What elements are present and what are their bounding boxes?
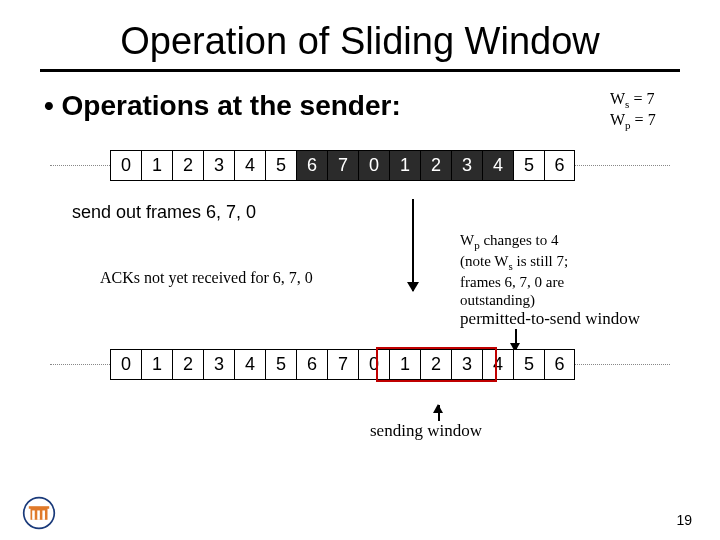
- bullet-operations: • Operations at the sender:: [44, 90, 401, 122]
- seq-cell: 2: [172, 349, 203, 380]
- seq-bot-wrap: 012345670123456: [40, 345, 680, 387]
- seq-cell: 6: [296, 349, 327, 380]
- seq-cell: 3: [203, 150, 234, 181]
- acks-note: ACKs not yet received for 6, 7, 0: [100, 269, 313, 287]
- sending-window-brace: sending window: [40, 405, 680, 445]
- seq-cell: 4: [234, 150, 265, 181]
- seq-cell: 5: [513, 150, 544, 181]
- wp-eq: = 7: [631, 111, 656, 128]
- seq-cell: 5: [513, 349, 544, 380]
- slide-title: Operation of Sliding Window: [40, 20, 680, 63]
- seq-cell: 4: [234, 349, 265, 380]
- seq-cell: 6: [544, 150, 575, 181]
- svg-rect-2: [29, 506, 49, 509]
- sending-window-label: sending window: [370, 421, 482, 441]
- page-number: 19: [676, 512, 692, 528]
- arrow-down-icon: [412, 199, 414, 291]
- seq-cell: 4: [482, 349, 513, 380]
- permitted-window-label: permitted-to-send window: [40, 309, 640, 329]
- swin-arrow-icon: [438, 405, 440, 421]
- wp-prefix: W: [610, 111, 625, 128]
- seq-cell: 1: [141, 349, 172, 380]
- svg-rect-3: [32, 510, 35, 519]
- seq-cell: 0: [110, 349, 141, 380]
- seq-bot: 012345670123456: [110, 349, 575, 380]
- seq-cell: 0: [358, 349, 389, 380]
- seq-cell: 2: [420, 349, 451, 380]
- seq-cell: 7: [327, 150, 358, 181]
- seq-cell: 2: [420, 150, 451, 181]
- seq-cell: 6: [544, 349, 575, 380]
- seq-cell: 5: [265, 349, 296, 380]
- ws-prefix: W: [610, 90, 625, 107]
- ws-eq: = 7: [629, 90, 654, 107]
- seq-top-wrap: 012345670123456: [40, 146, 680, 188]
- seq-cell: 3: [451, 349, 482, 380]
- middle-row: ACKs not yet received for 6, 7, 0 Wp cha…: [40, 231, 680, 309]
- seq-cell: 0: [358, 150, 389, 181]
- seq-cell: 5: [265, 150, 296, 181]
- seq-cell: 4: [482, 150, 513, 181]
- seq-cell: 2: [172, 150, 203, 181]
- seq-cell: 7: [327, 349, 358, 380]
- seq-cell: 1: [389, 150, 420, 181]
- university-logo-icon: [22, 496, 56, 530]
- seq-cell: 3: [451, 150, 482, 181]
- seq-cell: 3: [203, 349, 234, 380]
- svg-rect-4: [37, 510, 40, 519]
- seq-cell: 0: [110, 150, 141, 181]
- seq-cell: 1: [389, 349, 420, 380]
- seq-cell: 1: [141, 150, 172, 181]
- seq-top: 012345670123456: [110, 150, 575, 181]
- wp-change-note: Wp changes to 4 (note Ws is still 7; fra…: [460, 231, 640, 309]
- title-rule: [40, 69, 680, 72]
- send-out-note: send out frames 6, 7, 0: [72, 202, 680, 223]
- svg-rect-5: [42, 510, 45, 519]
- seq-cell: 6: [296, 150, 327, 181]
- ws-wp-values: Ws = 7 Wp = 7: [610, 90, 680, 132]
